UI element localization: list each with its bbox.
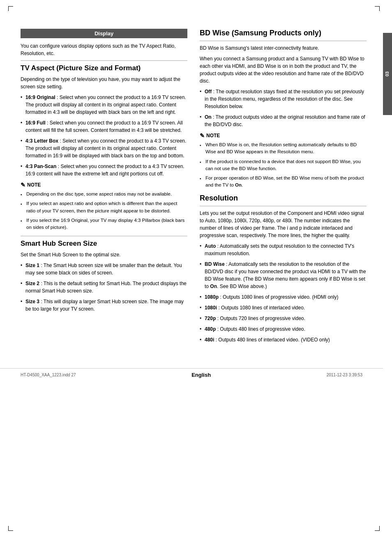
list-item: Size 1 : The Smart Hub screen size will … — [21, 262, 187, 277]
desc-size3: : This will display a larger Smart Hub s… — [25, 299, 184, 312]
list-item: Auto : Automatically sets the output res… — [200, 242, 367, 257]
desc-bdwise: : Automatically sets the resolution to t… — [205, 261, 366, 289]
note-icon: ✎ — [200, 132, 205, 139]
term-169-original: 16:9 Original — [25, 94, 55, 100]
term-169-full: 16:9 Full — [25, 120, 46, 126]
bd-wise-note-header: ✎ NOTE — [200, 132, 367, 139]
smart-hub-divider — [21, 236, 187, 236]
tv-aspect-title: TV Aspect (Picture Size and Format) — [21, 64, 187, 72]
note-item: If you select the 16:9 Original, your TV… — [21, 217, 187, 231]
desc-169-full: : Select when you connect the product to… — [25, 120, 183, 133]
bd-wise-divider — [200, 41, 367, 41]
list-item: BD Wise : Automatically sets the resolut… — [200, 260, 367, 290]
note-list: Depending on the disc type, some aspect … — [21, 191, 187, 231]
list-item: On : The product outputs video at the or… — [200, 113, 367, 128]
desc-720p: : Outputs 720 lines of progressive video… — [217, 316, 305, 321]
left-column: Display You can configure various displa… — [21, 29, 187, 348]
tv-aspect-list: 16:9 Original : Select when you connect … — [21, 94, 187, 177]
list-item: Off : The output resolution stays fixed … — [200, 88, 367, 110]
page: 03 Setup Display You can configure vario… — [0, 0, 392, 537]
bd-wise-note: ✎ NOTE When BD Wise is on, the Resolutio… — [200, 132, 367, 189]
corner-mark-tl — [8, 6, 13, 11]
term-bdwise: BD Wise — [205, 261, 225, 267]
desc-off: : The output resolution stays fixed at t… — [205, 89, 364, 109]
desc-480i: : Outputs 480 lines of interlaced video.… — [216, 337, 330, 343]
footer-language: English — [191, 372, 211, 378]
list-item: 480p : Outputs 480 lines of progressive … — [200, 325, 367, 333]
term-43-letterbox: 4:3 Letter Box — [25, 138, 58, 144]
list-item: 480i : Outputs 480 lines of interlaced v… — [200, 336, 367, 343]
list-item: 16:9 Original : Select when you connect … — [21, 94, 187, 116]
note-item: If the product is connected to a device … — [200, 158, 367, 173]
term-480p: 480p — [205, 326, 216, 332]
desc-auto: : Automatically sets the output resoluti… — [205, 243, 354, 256]
display-header-label: Display — [95, 30, 113, 37]
list-item: 4:3 Letter Box : Select when you connect… — [21, 137, 187, 159]
desc-1080i: : Outputs 1080 lines of interlaced video… — [218, 305, 305, 311]
side-tab-number: 03 — [385, 71, 390, 76]
list-item: 1080i : Outputs 1080 lines of interlaced… — [200, 304, 367, 311]
note-header: ✎ NOTE — [21, 182, 187, 188]
note-label: NOTE — [206, 133, 220, 138]
footer: HT-D4500_XAA_1223.indd 27 English 2011-1… — [0, 368, 383, 381]
bd-wise-title: BD Wise (Samsung Products only) — [200, 29, 367, 37]
list-item: 720p : Outputs 720 lines of progressive … — [200, 315, 367, 322]
smart-hub-intro: Set the Smart Hub Screen to the optimal … — [21, 251, 187, 258]
corner-mark-bl — [8, 526, 13, 531]
bd-wise-list: Off : The output resolution stays fixed … — [200, 88, 367, 128]
tv-aspect-intro: Depending on the type of television you … — [21, 76, 187, 90]
corner-mark-tr — [375, 6, 380, 11]
tv-aspect-divider — [21, 60, 187, 61]
note-item: For proper operation of BD Wise, set the… — [200, 175, 367, 189]
note-item: Depending on the disc type, some aspect … — [21, 191, 187, 198]
term-480i: 480i — [205, 337, 214, 343]
term-1080p: 1080p — [205, 294, 219, 300]
list-item: 1080p : Outputs 1080 lines of progressiv… — [200, 293, 367, 301]
term-size3: Size 3 — [25, 299, 39, 304]
bd-wise-body: When you connect a Samsung product and a… — [200, 55, 367, 85]
list-item: 4:3 Pan-Scan : Select when you connect t… — [21, 163, 187, 177]
resolution-title: Resolution — [200, 194, 367, 203]
resolution-intro: Lets you set the output resolution of th… — [200, 210, 367, 239]
term-size1: Size 1 — [25, 263, 39, 268]
content-area: Display You can configure various displa… — [0, 16, 383, 360]
note-icon: ✎ — [21, 182, 25, 188]
note-item: If you select an aspect ratio and option… — [21, 200, 187, 214]
display-section-header: Display — [21, 29, 187, 38]
term-size2: Size 2 — [25, 281, 39, 286]
bd-wise-intro: BD Wise is Samsung's latest inter-connec… — [200, 44, 367, 52]
desc-1080p: : Outputs 1080 lines of progressive vide… — [220, 294, 338, 300]
corner-mark-br — [375, 526, 380, 531]
term-auto: Auto — [205, 243, 216, 249]
list-item: Size 3 : This will display a larger Smar… — [21, 298, 187, 313]
note-item: When BD Wise is on, the Resolution setti… — [200, 141, 367, 156]
tv-aspect-note: ✎ NOTE Depending on the disc type, some … — [21, 182, 187, 231]
desc-on: : The product outputs video at the origi… — [205, 114, 365, 127]
list-item: Size 2 : This is the default setting for… — [21, 280, 187, 295]
display-intro: You can configure various display option… — [21, 42, 187, 57]
bd-wise-note-list: When BD Wise is on, the Resolution setti… — [200, 141, 367, 189]
smart-hub-list: Size 1 : The Smart Hub screen size will … — [21, 262, 187, 313]
term-on: On — [205, 114, 212, 120]
desc-480p: : Outputs 480 lines of progressive video… — [217, 326, 305, 332]
footer-right: 2011-12-23 3:39:53 — [327, 373, 362, 377]
resolution-list: Auto : Automatically sets the output res… — [200, 242, 367, 343]
footer-left: HT-D4500_XAA_1223.indd 27 — [21, 373, 76, 377]
term-off: Off — [205, 89, 212, 94]
right-column: BD Wise (Samsung Products only) BD Wise … — [200, 29, 367, 348]
resolution-divider — [200, 206, 367, 206]
desc-size2: : This is the default setting for Smart … — [25, 281, 187, 294]
term-43-panscan: 4:3 Pan-Scan — [25, 164, 56, 169]
term-720p: 720p — [205, 316, 216, 321]
side-tab: 03 Setup — [383, 33, 392, 115]
term-1080i: 1080i — [205, 305, 217, 311]
list-item: 16:9 Full : Select when you connect the … — [21, 119, 187, 134]
note-label: NOTE — [27, 182, 41, 188]
smart-hub-title: Smart Hub Screen Size — [21, 240, 187, 248]
desc-size1: : The Smart Hub screen size will be smal… — [25, 263, 182, 276]
